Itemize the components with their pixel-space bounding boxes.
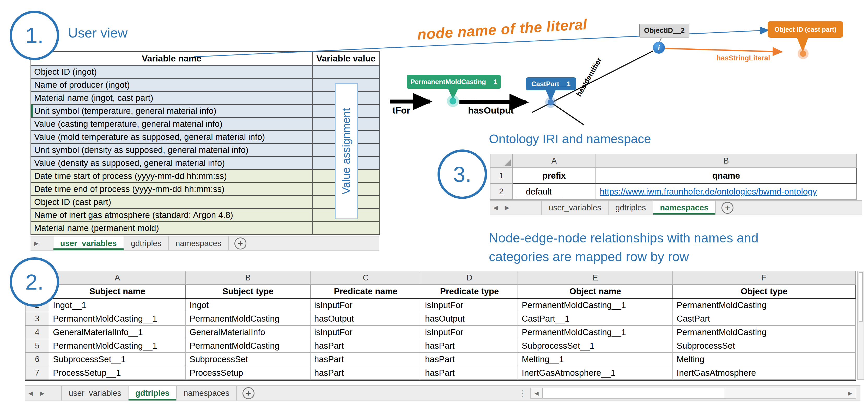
graph-node-permanent-mold-casting[interactable]: PermanentMoldCasting__1 xyxy=(407,75,501,89)
figure-canvas: 1. 2. 3. User view Variable name Variabl… xyxy=(0,0,868,407)
casting-node-dot[interactable] xyxy=(450,98,456,104)
step-1-number: 1. xyxy=(25,23,43,48)
graph-node-cast-part[interactable]: CastPart__1 xyxy=(526,77,576,90)
literal-node-dot[interactable] xyxy=(800,50,806,57)
step-1-badge: 1. xyxy=(10,11,59,60)
cast-part-node-dot[interactable] xyxy=(548,99,554,105)
step-2-badge: 2. xyxy=(10,257,59,307)
value-assignment-label-box: Value assignment xyxy=(335,83,358,219)
value-assignment-label: Value assignment xyxy=(340,108,352,195)
step-3-number: 3. xyxy=(453,162,471,187)
step-3-badge: 3. xyxy=(437,149,487,199)
graph-node-object-id[interactable]: ObjectID__2 xyxy=(639,24,689,37)
edge-label-is-input-for: tFor xyxy=(393,105,410,115)
edge-label-has-string-literal: hasStringLiteral xyxy=(716,54,770,62)
edge-label-has-output: hasOutput xyxy=(468,105,514,115)
step-2-number: 2. xyxy=(25,270,43,295)
info-icon[interactable]: i xyxy=(653,42,665,54)
graph-node-literal-object-id-cast-part[interactable]: Object ID (cast part) xyxy=(768,21,843,38)
